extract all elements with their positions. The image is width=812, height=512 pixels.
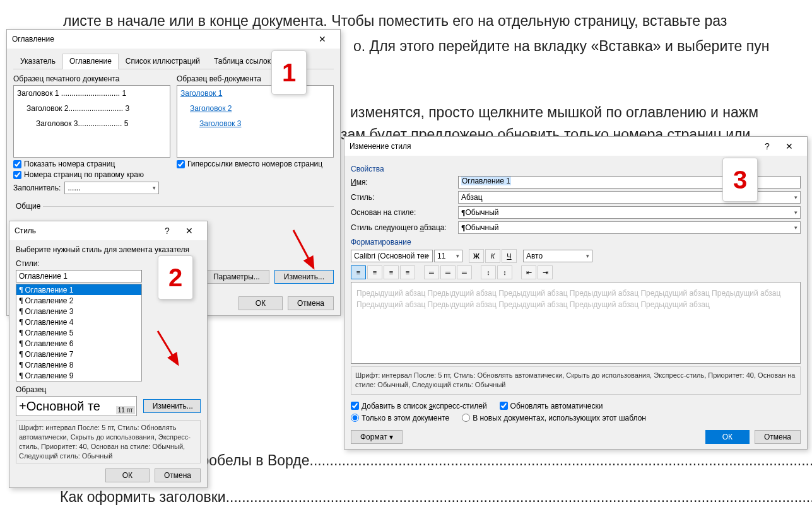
list-item[interactable]: ¶Оглавление 8 (16, 359, 141, 370)
format-menu-button[interactable]: Формат ▾ (351, 430, 403, 444)
cancel-button-dlg3[interactable]: Отмена (755, 430, 801, 444)
filler-combo[interactable]: ...... (64, 182, 159, 194)
section-fmt: Форматирование (351, 238, 801, 247)
style-name-input[interactable] (16, 270, 142, 282)
general-label: Общие (13, 202, 43, 211)
ok-button-dlg2[interactable]: ОК (105, 468, 150, 482)
format-desc: Шрифт: интервал После: 5 пт, Стиль: Обно… (351, 366, 801, 395)
list-item[interactable]: ¶Оглавление 2 (16, 295, 141, 306)
based-combo[interactable]: ¶ Обычный (458, 206, 801, 219)
help-icon[interactable]: ? (758, 139, 777, 153)
print-line-1: Заголовок 1 ............................… (17, 89, 167, 98)
chk-right-align[interactable] (13, 171, 21, 179)
callout-3: 3 (722, 158, 758, 202)
close-icon[interactable]: ✕ (177, 224, 202, 238)
callout-2: 2 (158, 255, 193, 300)
chk-auto-label: Обновлять автоматически (510, 402, 603, 410)
params-button[interactable]: Параметры... (204, 270, 269, 284)
dlg2-title: Стиль (15, 226, 36, 235)
indent-increase-icon[interactable]: ⇥ (538, 265, 553, 279)
underline-button[interactable]: Ч (502, 249, 517, 263)
close-icon[interactable]: ✕ (310, 32, 335, 46)
print-preview-label: Образец печатного документа (13, 74, 170, 83)
ok-button-dlg3[interactable]: ОК (705, 430, 750, 444)
chk-hyperlinks-label: Гиперссылки вместо номеров страниц (187, 160, 322, 168)
list-item[interactable]: ¶Оглавление 3 (16, 306, 141, 317)
tab-index[interactable]: Указатель (13, 54, 62, 69)
dlg2-titlebar: Стиль ? ✕ (9, 221, 207, 240)
modify-button-dlg2[interactable]: Изменить... (143, 399, 201, 413)
tab-refs[interactable]: Таблица ссылок (207, 54, 278, 69)
bold-button[interactable]: Ж (469, 249, 484, 263)
print-preview: Заголовок 1 ............................… (13, 85, 170, 158)
cancel-button-dlg2[interactable]: Отмена (155, 468, 201, 482)
indent-decrease-icon[interactable]: ⇤ (521, 265, 536, 279)
spacing-1-icon[interactable]: ═ (424, 265, 439, 279)
space-before-icon[interactable]: ↕ (481, 265, 496, 279)
lbl-based: Основан на стиле: (351, 208, 452, 217)
align-right-icon[interactable]: ≡ (384, 265, 399, 279)
dlg1-titlebar: Оглавление ✕ (7, 30, 340, 49)
list-item[interactable]: ¶Оглавление 6 (16, 338, 141, 349)
bg-text-2: о. Для этого перейдите на вкладку «Встав… (353, 38, 769, 55)
cancel-button-dlg1[interactable]: Отмена (288, 296, 334, 310)
help-icon[interactable]: ? (158, 224, 177, 238)
format-preview: Предыдущий абзац Предыдущий абзац Предыд… (351, 282, 801, 364)
bg-text-6: Как оформить заголовки..................… (60, 489, 812, 506)
align-center-icon[interactable]: ≡ (367, 265, 382, 279)
chk-auto[interactable] (500, 402, 508, 410)
radio-template[interactable] (462, 414, 470, 422)
web-line-2: Заголовок 2 (180, 104, 330, 113)
tab-toc[interactable]: Оглавление (62, 54, 119, 69)
modify-button-dlg1[interactable]: Изменить... (274, 270, 334, 284)
bg-text-1: листе в начале или в конце документа. Чт… (63, 13, 727, 30)
chk-express[interactable] (351, 402, 359, 410)
chk-show-pages-label: Показать номера страниц (24, 160, 115, 168)
space-after-icon[interactable]: ↕ (497, 265, 512, 279)
dlg1-title: Оглавление (12, 35, 54, 44)
style-desc: Шрифт: интервал После: 5 пт, Стиль: Обно… (16, 420, 201, 463)
web-preview-label: Образец веб-документа (177, 74, 334, 83)
radio-thisdoc-label: Только в этом документе (362, 414, 449, 422)
font-size-combo[interactable]: 11 (434, 250, 462, 262)
chk-show-pages[interactable] (13, 160, 21, 168)
spacing-2-icon[interactable]: ═ (457, 265, 472, 279)
close-icon[interactable]: ✕ (777, 139, 802, 153)
web-line-1: Заголовок 1 (180, 89, 330, 98)
tab-illustrations[interactable]: Список иллюстраций (119, 54, 207, 69)
list-item[interactable]: ¶Оглавление 5 (16, 327, 141, 338)
web-preview: Заголовок 1 Заголовок 2 Заголовок 3 (177, 85, 334, 158)
preview-size: 11 пт (116, 406, 135, 414)
chk-express-label: Добавить в список экспресс-стилей (362, 402, 487, 410)
callout-1: 1 (271, 50, 307, 95)
list-item[interactable]: ¶Оглавление 9 (16, 370, 141, 381)
preview-label: Образец (16, 385, 201, 394)
styles-listbox[interactable]: ¶Оглавление 1 ¶Оглавление 2 ¶Оглавление … (16, 284, 142, 381)
color-combo[interactable]: Авто (523, 250, 592, 262)
chk-hyperlinks[interactable] (177, 160, 185, 168)
dlg2-instruction: Выберите нужный стиль для элемента указа… (16, 245, 201, 254)
list-item[interactable]: ¶Оглавление 7 (16, 349, 141, 359)
radio-template-label: В новых документах, использующих этот ша… (473, 414, 646, 422)
list-item[interactable]: ¶Оглавление 4 (16, 317, 141, 327)
radio-thisdoc[interactable] (351, 414, 359, 422)
list-item[interactable]: ¶Оглавление 1 (16, 284, 141, 295)
spacing-15-icon[interactable]: ═ (440, 265, 456, 279)
font-name-combo[interactable]: Calibri (Основной тек (351, 250, 433, 262)
dlg3-titlebar: Изменение стиля ? ✕ (344, 137, 807, 156)
filler-value: ...... (68, 183, 80, 192)
filler-label: Заполнитель: (13, 183, 61, 192)
italic-button[interactable]: К (485, 249, 500, 263)
ok-button-dlg1[interactable]: ОК (238, 296, 283, 310)
bg-text-3: изменятся, просто щелкните мышкой по огл… (350, 104, 758, 121)
align-justify-icon[interactable]: ≡ (400, 265, 415, 279)
next-combo[interactable]: ¶ Обычный (458, 221, 801, 234)
chk-right-align-label: Номера страниц по правому краю (24, 170, 144, 179)
lbl-style: Стиль: (351, 193, 452, 202)
lbl-name: Имя: (351, 178, 452, 187)
style-preview: +Основной те 11 пт (16, 396, 137, 416)
align-left-icon[interactable]: ≡ (351, 265, 366, 279)
print-line-3: Заголовок 3..................... 5 (17, 119, 167, 128)
print-line-2: Заголовок 2.......................... 3 (17, 104, 167, 113)
lbl-next: Стиль следующего абзаца: (351, 223, 452, 232)
